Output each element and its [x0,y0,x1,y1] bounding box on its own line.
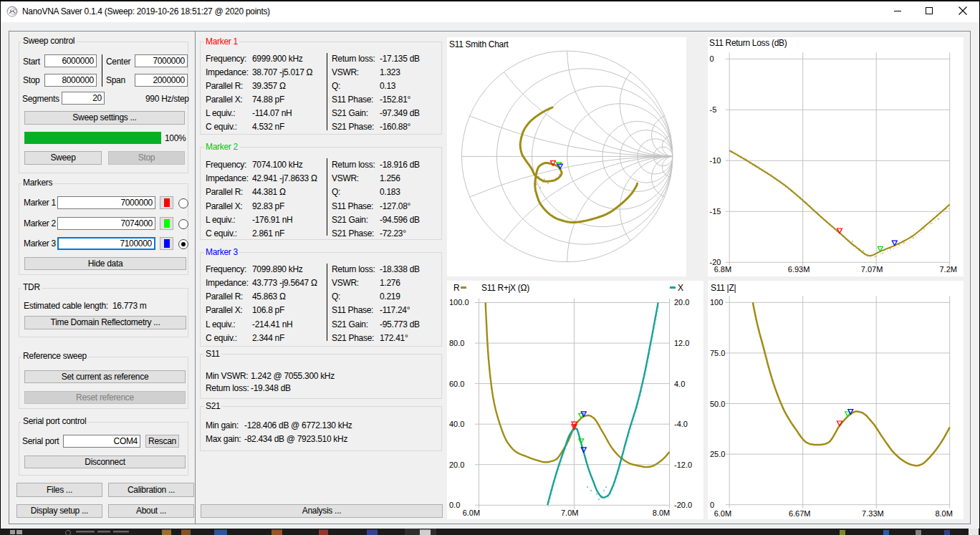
svg-text:6.0M: 6.0M [714,509,731,518]
svg-text:75.0: 75.0 [710,349,725,357]
svg-text:20.0: 20.0 [449,461,464,469]
svg-text:-15: -15 [710,207,721,216]
svg-text:7.2M: 7.2M [940,265,957,274]
svg-text:6.0M: 6.0M [463,509,480,517]
svg-text:6.67M: 6.67M [789,509,811,518]
svg-text:-12.0: -12.0 [674,461,692,469]
svg-text:7.33M: 7.33M [862,509,884,518]
svg-text:20.0: 20.0 [674,298,689,307]
svg-text:100: 100 [710,298,723,307]
svg-text:-4.0: -4.0 [674,420,688,428]
svg-text:7.0M: 7.0M [561,509,578,517]
svg-text:4.0: 4.0 [674,380,685,388]
svg-text:40.0: 40.0 [449,420,464,428]
svg-text:8.0M: 8.0M [935,509,952,518]
svg-text:80.0: 80.0 [449,339,464,347]
svg-text:6.93M: 6.93M [788,265,810,274]
svg-text:0: 0 [710,501,714,509]
svg-text:7.07M: 7.07M [861,265,883,274]
svg-text:-10: -10 [710,156,721,165]
svg-text:12.0: 12.0 [674,339,689,347]
svg-text:-20.0: -20.0 [674,501,692,509]
svg-text:60.0: 60.0 [449,380,464,388]
svg-text:25.0: 25.0 [710,450,725,458]
svg-text:8.0M: 8.0M [653,509,670,517]
svg-text:-5: -5 [710,105,717,114]
svg-text:100.0: 100.0 [449,298,469,307]
svg-text:50.0: 50.0 [710,400,725,408]
svg-text:0.0: 0.0 [449,501,460,509]
svg-text:0: 0 [710,54,714,63]
svg-text:6.8M: 6.8M [714,265,731,274]
